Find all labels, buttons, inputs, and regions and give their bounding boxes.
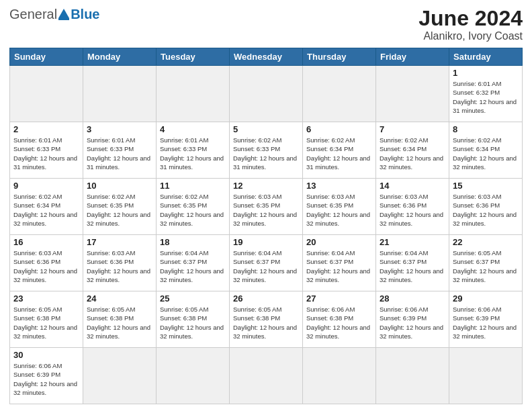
- day-number: 9: [13, 181, 79, 191]
- calendar-day-cell: 13Sunrise: 6:03 AM Sunset: 6:35 PM Dayli…: [303, 179, 376, 235]
- day-info: Sunrise: 6:05 AM Sunset: 6:38 PM Dayligh…: [87, 305, 152, 340]
- day-info: Sunrise: 6:03 AM Sunset: 6:35 PM Dayligh…: [233, 192, 299, 228]
- day-number: 15: [453, 181, 519, 191]
- calendar-day-cell: [449, 348, 523, 404]
- calendar-day-header: Wednesday: [230, 48, 303, 66]
- calendar-week-row: 9Sunrise: 6:02 AM Sunset: 6:34 PM Daylig…: [10, 179, 523, 235]
- day-number: 25: [160, 293, 226, 304]
- calendar-day-cell: 6Sunrise: 6:02 AM Sunset: 6:34 PM Daylig…: [303, 122, 376, 179]
- logo-area: General Blue: [9, 7, 100, 22]
- calendar-day-cell: 4Sunrise: 6:01 AM Sunset: 6:33 PM Daylig…: [157, 122, 230, 179]
- page: General Blue June 2024 Alanikro, Ivory C…: [0, 0, 532, 411]
- day-number: 18: [160, 237, 226, 247]
- calendar-day-cell: 7Sunrise: 6:02 AM Sunset: 6:34 PM Daylig…: [376, 122, 449, 179]
- day-info: Sunrise: 6:01 AM Sunset: 6:33 PM Dayligh…: [160, 136, 226, 171]
- title-area: June 2024 Alanikro, Ivory Coast: [418, 7, 523, 42]
- day-info: Sunrise: 6:02 AM Sunset: 6:34 PM Dayligh…: [306, 136, 372, 171]
- calendar-week-row: 30Sunrise: 6:06 AM Sunset: 6:39 PM Dayli…: [10, 348, 523, 404]
- day-info: Sunrise: 6:05 AM Sunset: 6:38 PM Dayligh…: [160, 305, 226, 340]
- calendar-day-cell: [303, 348, 376, 404]
- calendar-day-cell: 15Sunrise: 6:03 AM Sunset: 6:36 PM Dayli…: [449, 179, 523, 235]
- day-number: 16: [13, 237, 79, 247]
- month-title: June 2024: [418, 7, 523, 30]
- calendar-day-header: Sunday: [10, 48, 83, 66]
- day-number: 7: [380, 124, 445, 134]
- calendar-day-header: Monday: [83, 48, 157, 66]
- calendar-day-cell: 20Sunrise: 6:04 AM Sunset: 6:37 PM Dayli…: [303, 235, 376, 291]
- day-info: Sunrise: 6:05 AM Sunset: 6:38 PM Dayligh…: [233, 305, 299, 340]
- day-info: Sunrise: 6:02 AM Sunset: 6:34 PM Dayligh…: [380, 136, 445, 171]
- calendar-day-cell: [376, 348, 449, 404]
- calendar-day-cell: [10, 66, 83, 122]
- day-info: Sunrise: 6:02 AM Sunset: 6:34 PM Dayligh…: [453, 136, 519, 171]
- day-info: Sunrise: 6:03 AM Sunset: 6:35 PM Dayligh…: [306, 192, 372, 228]
- calendar-week-row: 23Sunrise: 6:05 AM Sunset: 6:38 PM Dayli…: [10, 291, 523, 348]
- calendar-header-row: SundayMondayTuesdayWednesdayThursdayFrid…: [10, 48, 523, 66]
- calendar-day-cell: 30Sunrise: 6:06 AM Sunset: 6:39 PM Dayli…: [10, 348, 83, 404]
- day-number: 20: [306, 237, 372, 247]
- calendar-day-cell: 10Sunrise: 6:02 AM Sunset: 6:35 PM Dayli…: [83, 179, 157, 235]
- calendar-day-cell: [157, 348, 230, 404]
- calendar-day-cell: 28Sunrise: 6:06 AM Sunset: 6:39 PM Dayli…: [376, 291, 449, 348]
- calendar-day-cell: [83, 66, 157, 122]
- calendar-day-cell: 1Sunrise: 6:01 AM Sunset: 6:32 PM Daylig…: [449, 66, 523, 122]
- day-info: Sunrise: 6:05 AM Sunset: 6:37 PM Dayligh…: [453, 248, 519, 284]
- day-number: 17: [87, 237, 152, 247]
- day-info: Sunrise: 6:06 AM Sunset: 6:38 PM Dayligh…: [306, 305, 372, 340]
- day-number: 26: [233, 293, 299, 304]
- day-number: 30: [13, 350, 79, 360]
- day-info: Sunrise: 6:01 AM Sunset: 6:32 PM Dayligh…: [453, 79, 519, 115]
- calendar-day-cell: 5Sunrise: 6:02 AM Sunset: 6:33 PM Daylig…: [230, 122, 303, 179]
- calendar-day-cell: 8Sunrise: 6:02 AM Sunset: 6:34 PM Daylig…: [449, 122, 523, 179]
- day-number: 23: [13, 293, 79, 304]
- calendar-day-cell: [83, 348, 157, 404]
- location-title: Alanikro, Ivory Coast: [418, 30, 523, 42]
- calendar-week-row: 16Sunrise: 6:03 AM Sunset: 6:36 PM Dayli…: [10, 235, 523, 291]
- calendar-day-cell: [376, 66, 449, 122]
- calendar-day-cell: [157, 66, 230, 122]
- calendar-day-cell: 14Sunrise: 6:03 AM Sunset: 6:36 PM Dayli…: [376, 179, 449, 235]
- calendar-day-cell: 12Sunrise: 6:03 AM Sunset: 6:35 PM Dayli…: [230, 179, 303, 235]
- day-number: 12: [233, 181, 299, 191]
- day-number: 1: [453, 68, 519, 78]
- calendar-day-cell: 26Sunrise: 6:05 AM Sunset: 6:38 PM Dayli…: [230, 291, 303, 348]
- calendar-day-cell: 29Sunrise: 6:06 AM Sunset: 6:39 PM Dayli…: [449, 291, 523, 348]
- calendar-day-cell: 2Sunrise: 6:01 AM Sunset: 6:33 PM Daylig…: [10, 122, 83, 179]
- day-number: 14: [380, 181, 445, 191]
- calendar-day-cell: 18Sunrise: 6:04 AM Sunset: 6:37 PM Dayli…: [157, 235, 230, 291]
- calendar-day-header: Tuesday: [157, 48, 230, 66]
- day-info: Sunrise: 6:02 AM Sunset: 6:35 PM Dayligh…: [160, 192, 226, 228]
- day-number: 2: [13, 124, 79, 134]
- calendar-day-cell: 22Sunrise: 6:05 AM Sunset: 6:37 PM Dayli…: [449, 235, 523, 291]
- calendar-day-cell: 3Sunrise: 6:01 AM Sunset: 6:33 PM Daylig…: [83, 122, 157, 179]
- day-number: 22: [453, 237, 519, 247]
- day-number: 28: [380, 293, 445, 304]
- day-info: Sunrise: 6:02 AM Sunset: 6:35 PM Dayligh…: [87, 192, 152, 228]
- day-number: 21: [380, 237, 445, 247]
- day-number: 3: [87, 124, 152, 134]
- day-number: 6: [306, 124, 372, 134]
- day-info: Sunrise: 6:03 AM Sunset: 6:36 PM Dayligh…: [453, 192, 519, 228]
- calendar-day-cell: 11Sunrise: 6:02 AM Sunset: 6:35 PM Dayli…: [157, 179, 230, 235]
- day-number: 29: [453, 293, 519, 304]
- calendar-day-cell: 23Sunrise: 6:05 AM Sunset: 6:38 PM Dayli…: [10, 291, 83, 348]
- calendar-day-cell: 19Sunrise: 6:04 AM Sunset: 6:37 PM Dayli…: [230, 235, 303, 291]
- day-number: 10: [87, 181, 152, 191]
- calendar-day-cell: [230, 66, 303, 122]
- logo: General Blue: [9, 7, 100, 22]
- day-info: Sunrise: 6:06 AM Sunset: 6:39 PM Dayligh…: [13, 361, 79, 397]
- day-info: Sunrise: 6:05 AM Sunset: 6:38 PM Dayligh…: [13, 305, 79, 340]
- logo-blue-text: Blue: [71, 7, 99, 22]
- calendar-day-cell: 27Sunrise: 6:06 AM Sunset: 6:38 PM Dayli…: [303, 291, 376, 348]
- day-info: Sunrise: 6:04 AM Sunset: 6:37 PM Dayligh…: [380, 248, 445, 284]
- day-number: 8: [453, 124, 519, 134]
- calendar-day-header: Saturday: [449, 48, 523, 66]
- calendar-day-cell: 24Sunrise: 6:05 AM Sunset: 6:38 PM Dayli…: [83, 291, 157, 348]
- calendar-day-cell: 25Sunrise: 6:05 AM Sunset: 6:38 PM Dayli…: [157, 291, 230, 348]
- calendar-day-cell: 16Sunrise: 6:03 AM Sunset: 6:36 PM Dayli…: [10, 235, 83, 291]
- calendar-day-cell: 21Sunrise: 6:04 AM Sunset: 6:37 PM Dayli…: [376, 235, 449, 291]
- day-number: 13: [306, 181, 372, 191]
- calendar-day-cell: [230, 348, 303, 404]
- day-info: Sunrise: 6:03 AM Sunset: 6:36 PM Dayligh…: [87, 248, 152, 284]
- day-info: Sunrise: 6:01 AM Sunset: 6:33 PM Dayligh…: [13, 136, 79, 171]
